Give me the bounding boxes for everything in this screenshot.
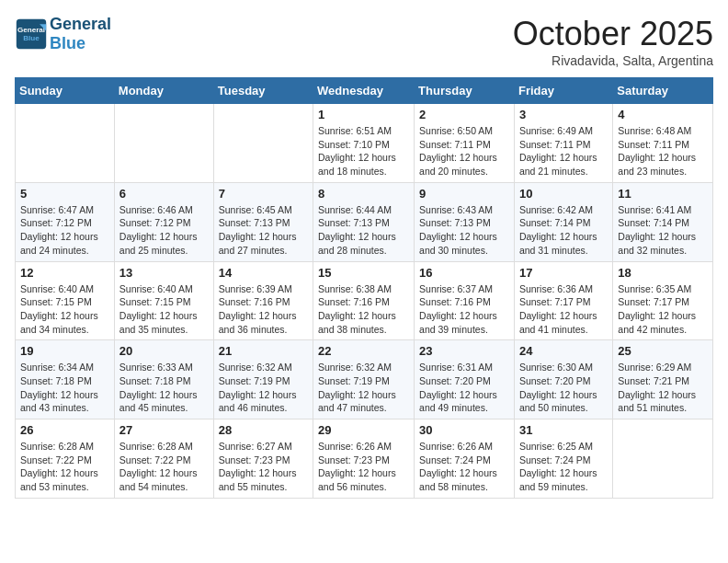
table-row: 17Sunrise: 6:36 AM Sunset: 7:17 PM Dayli… <box>514 261 612 340</box>
table-row: 2Sunrise: 6:50 AM Sunset: 7:11 PM Daylig… <box>415 104 515 183</box>
title-block: October 2025 Rivadavida, Salta, Argentin… <box>513 15 713 68</box>
location-subtitle: Rivadavida, Salta, Argentina <box>513 53 713 68</box>
day-number: 15 <box>318 266 409 280</box>
table-row: 3Sunrise: 6:49 AM Sunset: 7:11 PM Daylig… <box>514 104 612 183</box>
day-number: 18 <box>618 266 708 280</box>
table-row: 16Sunrise: 6:37 AM Sunset: 7:16 PM Dayli… <box>415 261 515 340</box>
day-info: Sunrise: 6:31 AM Sunset: 7:20 PM Dayligh… <box>419 361 509 415</box>
logo: General Blue General Blue <box>15 15 111 53</box>
calendar-week-4: 19Sunrise: 6:34 AM Sunset: 7:18 PM Dayli… <box>16 340 713 419</box>
day-info: Sunrise: 6:26 AM Sunset: 7:24 PM Dayligh… <box>419 440 509 494</box>
day-number: 21 <box>219 344 308 358</box>
col-saturday: Saturday <box>613 78 713 104</box>
logo-general: General <box>50 15 111 33</box>
day-info: Sunrise: 6:38 AM Sunset: 7:16 PM Dayligh… <box>318 282 409 337</box>
day-number: 26 <box>20 423 109 437</box>
table-row: 5Sunrise: 6:47 AM Sunset: 7:12 PM Daylig… <box>16 182 115 261</box>
day-number: 1 <box>318 108 409 121</box>
day-number: 16 <box>419 266 509 280</box>
table-row: 30Sunrise: 6:26 AM Sunset: 7:24 PM Dayli… <box>415 419 515 499</box>
table-row: 14Sunrise: 6:39 AM Sunset: 7:16 PM Dayli… <box>213 261 313 340</box>
table-row <box>613 419 713 499</box>
day-number: 23 <box>419 344 509 358</box>
day-info: Sunrise: 6:27 AM Sunset: 7:23 PM Dayligh… <box>219 440 308 494</box>
day-info: Sunrise: 6:29 AM Sunset: 7:21 PM Dayligh… <box>618 361 708 415</box>
day-number: 9 <box>419 187 509 201</box>
day-number: 10 <box>519 187 608 201</box>
calendar-week-2: 5Sunrise: 6:47 AM Sunset: 7:12 PM Daylig… <box>16 182 713 261</box>
col-tuesday: Tuesday <box>213 78 313 104</box>
table-row: 21Sunrise: 6:32 AM Sunset: 7:19 PM Dayli… <box>213 340 313 419</box>
day-info: Sunrise: 6:36 AM Sunset: 7:17 PM Dayligh… <box>519 282 608 337</box>
table-row: 29Sunrise: 6:26 AM Sunset: 7:23 PM Dayli… <box>313 419 415 499</box>
table-row <box>114 104 213 183</box>
table-row: 24Sunrise: 6:30 AM Sunset: 7:20 PM Dayli… <box>514 340 612 419</box>
day-info: Sunrise: 6:26 AM Sunset: 7:23 PM Dayligh… <box>318 440 409 494</box>
day-info: Sunrise: 6:40 AM Sunset: 7:15 PM Dayligh… <box>119 282 209 337</box>
day-info: Sunrise: 6:28 AM Sunset: 7:22 PM Dayligh… <box>119 440 209 494</box>
day-info: Sunrise: 6:51 AM Sunset: 7:10 PM Dayligh… <box>318 124 409 178</box>
table-row <box>213 104 313 183</box>
calendar-table: Sunday Monday Tuesday Wednesday Thursday… <box>15 77 713 499</box>
day-info: Sunrise: 6:40 AM Sunset: 7:15 PM Dayligh… <box>20 282 109 337</box>
table-row: 22Sunrise: 6:32 AM Sunset: 7:19 PM Dayli… <box>313 340 415 419</box>
col-thursday: Thursday <box>415 78 515 104</box>
day-number: 5 <box>20 187 109 201</box>
calendar-week-5: 26Sunrise: 6:28 AM Sunset: 7:22 PM Dayli… <box>16 419 713 499</box>
day-info: Sunrise: 6:28 AM Sunset: 7:22 PM Dayligh… <box>20 440 109 494</box>
day-number: 6 <box>119 187 209 201</box>
day-info: Sunrise: 6:46 AM Sunset: 7:12 PM Dayligh… <box>119 203 209 258</box>
day-number: 8 <box>318 187 409 201</box>
day-info: Sunrise: 6:41 AM Sunset: 7:14 PM Dayligh… <box>618 203 708 258</box>
table-row: 20Sunrise: 6:33 AM Sunset: 7:18 PM Dayli… <box>114 340 213 419</box>
day-info: Sunrise: 6:33 AM Sunset: 7:18 PM Dayligh… <box>119 361 209 415</box>
day-info: Sunrise: 6:44 AM Sunset: 7:13 PM Dayligh… <box>318 203 409 258</box>
table-row: 4Sunrise: 6:48 AM Sunset: 7:11 PM Daylig… <box>613 104 713 183</box>
logo-icon: General Blue <box>15 17 48 51</box>
day-number: 27 <box>119 423 209 437</box>
table-row: 27Sunrise: 6:28 AM Sunset: 7:22 PM Dayli… <box>114 419 213 499</box>
day-number: 4 <box>618 108 708 121</box>
day-number: 17 <box>519 266 608 280</box>
table-row: 13Sunrise: 6:40 AM Sunset: 7:15 PM Dayli… <box>114 261 213 340</box>
table-row: 8Sunrise: 6:44 AM Sunset: 7:13 PM Daylig… <box>313 182 415 261</box>
day-number: 28 <box>219 423 308 437</box>
table-row: 12Sunrise: 6:40 AM Sunset: 7:15 PM Dayli… <box>16 261 115 340</box>
table-row: 7Sunrise: 6:45 AM Sunset: 7:13 PM Daylig… <box>213 182 313 261</box>
table-row: 26Sunrise: 6:28 AM Sunset: 7:22 PM Dayli… <box>16 419 115 499</box>
day-number: 12 <box>20 266 109 280</box>
day-info: Sunrise: 6:49 AM Sunset: 7:11 PM Dayligh… <box>519 124 608 178</box>
table-row: 28Sunrise: 6:27 AM Sunset: 7:23 PM Dayli… <box>213 419 313 499</box>
day-number: 19 <box>20 344 109 358</box>
page-header: General Blue General Blue October 2025 R… <box>15 15 713 68</box>
day-number: 22 <box>318 344 409 358</box>
col-sunday: Sunday <box>16 78 115 104</box>
day-info: Sunrise: 6:32 AM Sunset: 7:19 PM Dayligh… <box>318 361 409 415</box>
day-info: Sunrise: 6:30 AM Sunset: 7:20 PM Dayligh… <box>519 361 608 415</box>
calendar-week-3: 12Sunrise: 6:40 AM Sunset: 7:15 PM Dayli… <box>16 261 713 340</box>
table-row: 10Sunrise: 6:42 AM Sunset: 7:14 PM Dayli… <box>514 182 612 261</box>
day-number: 29 <box>318 423 409 437</box>
day-number: 3 <box>519 108 608 121</box>
day-number: 30 <box>419 423 509 437</box>
day-info: Sunrise: 6:39 AM Sunset: 7:16 PM Dayligh… <box>219 282 308 337</box>
day-number: 7 <box>219 187 308 201</box>
month-title: October 2025 <box>513 15 713 53</box>
table-row: 23Sunrise: 6:31 AM Sunset: 7:20 PM Dayli… <box>415 340 515 419</box>
day-info: Sunrise: 6:45 AM Sunset: 7:13 PM Dayligh… <box>219 203 308 258</box>
day-info: Sunrise: 6:43 AM Sunset: 7:13 PM Dayligh… <box>419 203 509 258</box>
day-number: 20 <box>119 344 209 358</box>
day-info: Sunrise: 6:50 AM Sunset: 7:11 PM Dayligh… <box>419 124 509 178</box>
logo-blue: Blue <box>50 34 85 52</box>
table-row: 11Sunrise: 6:41 AM Sunset: 7:14 PM Dayli… <box>613 182 713 261</box>
day-info: Sunrise: 6:42 AM Sunset: 7:14 PM Dayligh… <box>519 203 608 258</box>
col-monday: Monday <box>114 78 213 104</box>
day-info: Sunrise: 6:32 AM Sunset: 7:19 PM Dayligh… <box>219 361 308 415</box>
calendar-header-row: Sunday Monday Tuesday Wednesday Thursday… <box>16 78 713 104</box>
day-number: 11 <box>618 187 708 201</box>
table-row: 19Sunrise: 6:34 AM Sunset: 7:18 PM Dayli… <box>16 340 115 419</box>
day-info: Sunrise: 6:48 AM Sunset: 7:11 PM Dayligh… <box>618 124 708 178</box>
day-info: Sunrise: 6:25 AM Sunset: 7:24 PM Dayligh… <box>519 440 608 494</box>
day-info: Sunrise: 6:35 AM Sunset: 7:17 PM Dayligh… <box>618 282 708 337</box>
table-row: 18Sunrise: 6:35 AM Sunset: 7:17 PM Dayli… <box>613 261 713 340</box>
